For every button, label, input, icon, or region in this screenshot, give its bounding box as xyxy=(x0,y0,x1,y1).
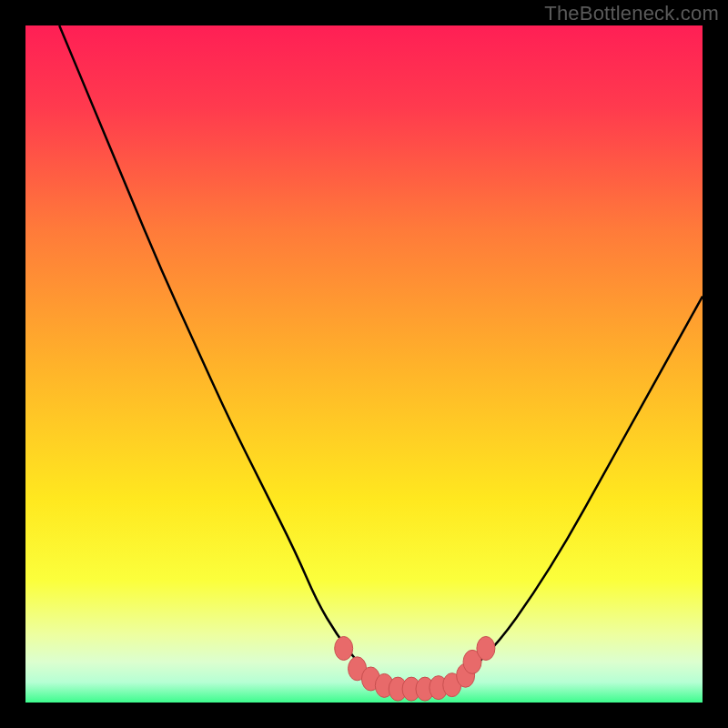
gradient-background xyxy=(25,25,703,703)
marker-point xyxy=(477,636,495,660)
bottleneck-chart xyxy=(0,0,728,728)
watermark-text: TheBottleneck.com xyxy=(544,2,719,25)
marker-point xyxy=(335,636,353,660)
outer-frame: TheBottleneck.com xyxy=(0,0,728,728)
